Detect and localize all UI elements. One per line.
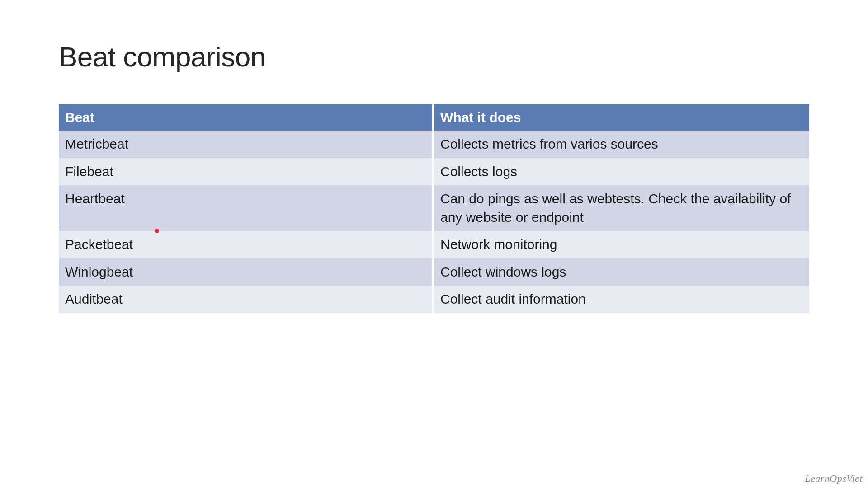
cell-beat: Auditbeat bbox=[59, 286, 434, 313]
slide: Beat comparison Beat What it does Metric… bbox=[0, 0, 868, 313]
cell-beat: Winlogbeat bbox=[59, 258, 434, 286]
cell-desc: Collects metrics from varios sources bbox=[434, 131, 809, 158]
table-row: Winlogbeat Collect windows logs bbox=[59, 258, 809, 286]
table-row: Filebeat Collects logs bbox=[59, 158, 809, 186]
cell-desc: Collects logs bbox=[434, 158, 809, 186]
cell-desc: Collect windows logs bbox=[434, 258, 809, 286]
table-row: Metricbeat Collects metrics from varios … bbox=[59, 131, 809, 158]
cell-beat: Packetbeat bbox=[59, 231, 434, 258]
laser-pointer-icon bbox=[155, 229, 159, 233]
cell-beat: Metricbeat bbox=[59, 131, 434, 158]
table-row: Auditbeat Collect audit information bbox=[59, 286, 809, 313]
table-header-row: Beat What it does bbox=[59, 104, 809, 131]
cell-beat: Heartbeat bbox=[59, 185, 434, 231]
cell-desc: Collect audit information bbox=[434, 286, 809, 313]
cell-beat-text: Heartbeat bbox=[65, 191, 125, 206]
table-row: Packetbeat Network monitoring bbox=[59, 231, 809, 258]
header-beat: Beat bbox=[59, 104, 434, 131]
watermark: LearnOpsViet bbox=[805, 473, 863, 484]
header-desc: What it does bbox=[434, 104, 809, 131]
slide-title: Beat comparison bbox=[59, 41, 809, 73]
cell-desc: Network monitoring bbox=[434, 231, 809, 258]
comparison-table: Beat What it does Metricbeat Collects me… bbox=[59, 104, 809, 313]
cell-desc: Can do pings as well as webtests. Check … bbox=[434, 185, 809, 231]
table-row: Heartbeat Can do pings as well as webtes… bbox=[59, 185, 809, 231]
cell-beat: Filebeat bbox=[59, 158, 434, 186]
